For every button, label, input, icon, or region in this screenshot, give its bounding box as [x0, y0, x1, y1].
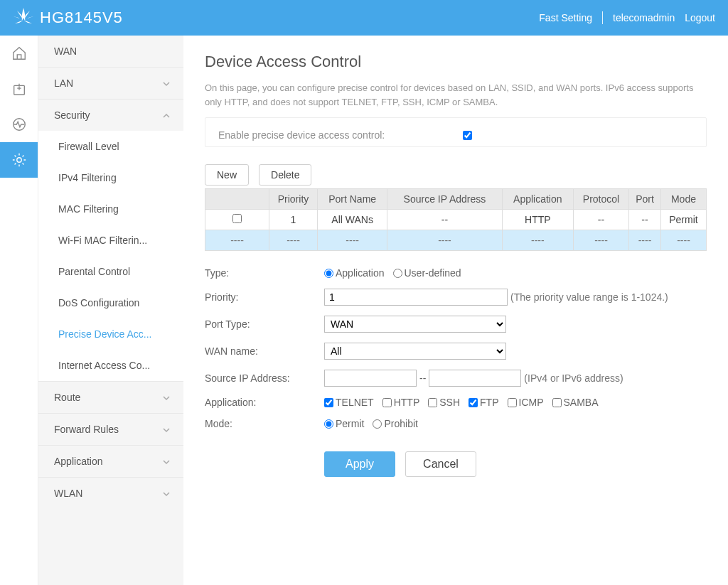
sidebar-item-route[interactable]: Route	[38, 381, 183, 413]
app-chk-samba[interactable]	[552, 398, 562, 407]
rules-table: Priority Port Name Source IP Address App…	[205, 188, 707, 251]
srcip-hint: (IPv4 or IPv6 address)	[524, 372, 623, 384]
iconbar-maintain[interactable]	[0, 107, 38, 142]
priority-hint: (The priority value range is 1-1024.)	[510, 291, 668, 303]
fast-setting-link[interactable]: Fast Setting	[539, 12, 592, 23]
huawei-logo-icon	[13, 8, 34, 28]
row-checkbox[interactable]	[232, 214, 242, 223]
table-empty-row: ---- ---- ---- ---- ---- ---- ---- ----	[205, 230, 707, 251]
srcip-label: Source IP Address:	[205, 372, 324, 384]
sidebar-sub-wifi-mac[interactable]: Wi-Fi MAC Filterin...	[38, 225, 183, 256]
col-checkbox	[205, 189, 269, 210]
sidebar-item-wlan[interactable]: WLAN	[38, 477, 183, 509]
sidebar-sub-precise-device[interactable]: Precise Device Acc...	[38, 318, 183, 350]
logout-link[interactable]: Logout	[685, 12, 715, 23]
col-srcip: Source IP Address	[387, 189, 502, 210]
mode-radio-prohibit[interactable]	[373, 419, 382, 429]
sidebar-item-lan[interactable]: LAN	[38, 67, 183, 99]
table-row[interactable]: 1 All WANs -- HTTP -- -- Permit	[205, 210, 707, 230]
wanname-select[interactable]: All	[324, 343, 506, 360]
mode-radio-permit[interactable]	[324, 419, 333, 429]
sidebar-sub-security: Firewall Level IPv4 Filtering MAC Filter…	[38, 131, 183, 381]
srcip-separator: --	[419, 372, 426, 384]
col-port: Port	[629, 189, 661, 210]
type-radio-userdefined[interactable]	[393, 269, 402, 278]
sidebar-label: LAN	[54, 77, 73, 89]
sidebar-item-security[interactable]: Security	[38, 99, 183, 131]
form-actions: Apply Cancel	[205, 451, 707, 477]
cell-protocol: --	[573, 210, 628, 230]
username-link[interactable]: telecomadmin	[613, 12, 675, 23]
chevron-down-icon	[162, 79, 171, 87]
srcip-from-input[interactable]	[324, 370, 417, 387]
priority-input[interactable]	[324, 289, 508, 306]
cell-application: HTTP	[502, 210, 573, 230]
iconbar-diagnose[interactable]	[0, 71, 38, 107]
cell-srcip: --	[387, 210, 502, 230]
table-header-row: Priority Port Name Source IP Address App…	[205, 189, 707, 210]
sidebar-sub-mac[interactable]: MAC Filtering	[38, 193, 183, 225]
mode-label: Mode:	[205, 418, 324, 429]
type-label: Type:	[205, 267, 324, 279]
porttype-select[interactable]: WAN	[324, 316, 506, 333]
priority-label: Priority:	[205, 291, 324, 303]
chevron-down-icon	[162, 393, 171, 402]
table-toolbar: New Delete	[205, 164, 707, 186]
cell-mode: Permit	[660, 210, 706, 230]
apply-button[interactable]: Apply	[324, 451, 395, 477]
model-name: HG8145V5	[40, 9, 123, 27]
chevron-down-icon	[162, 457, 171, 466]
page-description: On this page, you can configure precise …	[205, 81, 707, 117]
sidebar-sub-dos[interactable]: DoS Configuration	[38, 287, 183, 318]
iconbar	[0, 36, 38, 585]
sidebar-label: WAN	[54, 45, 77, 57]
col-application: Application	[502, 189, 573, 210]
cell-portname: All WANs	[318, 210, 387, 230]
col-priority: Priority	[269, 189, 318, 210]
app-chk-icmp[interactable]	[508, 398, 517, 407]
sidebar-label: Forward Rules	[54, 424, 119, 435]
chevron-down-icon	[162, 489, 171, 498]
new-button[interactable]: New	[205, 164, 249, 186]
delete-button[interactable]: Delete	[259, 164, 311, 186]
enable-label: Enable precise device access control:	[218, 129, 385, 141]
edit-form: Type: Application User-defined Priority:…	[205, 262, 707, 477]
sidebar-label: WLAN	[54, 488, 82, 499]
page-title: Device Access Control	[205, 53, 707, 71]
header-right: Fast Setting telecomadmin Logout	[539, 11, 715, 24]
sidebar-item-application[interactable]: Application	[38, 445, 183, 477]
enable-panel: Enable precise device access control:	[205, 117, 707, 147]
sidebar-item-wan[interactable]: WAN	[38, 36, 183, 67]
enable-checkbox[interactable]	[463, 131, 472, 140]
app-chk-ssh[interactable]	[428, 398, 437, 407]
cell-port: --	[629, 210, 661, 230]
chevron-down-icon	[162, 425, 171, 434]
application-label: Application:	[205, 397, 324, 408]
app-chk-telnet[interactable]	[324, 398, 333, 407]
cell-priority: 1	[269, 210, 318, 230]
srcip-to-input[interactable]	[429, 370, 521, 387]
app-chk-ftp[interactable]	[469, 398, 478, 407]
col-mode: Mode	[660, 189, 706, 210]
logo: HG8145V5	[13, 8, 123, 28]
iconbar-settings[interactable]	[0, 142, 38, 178]
main-content: Device Access Control On this page, you …	[183, 36, 728, 585]
sidebar-item-forward-rules[interactable]: Forward Rules	[38, 413, 183, 445]
sidebar-label: Route	[54, 392, 80, 403]
sidebar-sub-ipv4[interactable]: IPv4 Filtering	[38, 162, 183, 193]
sidebar: WAN LAN Security Firewall Level IPv4 Fil…	[38, 36, 183, 585]
svg-point-2	[16, 158, 21, 162]
wanname-label: WAN name:	[205, 345, 324, 357]
chevron-up-icon	[162, 111, 171, 119]
sidebar-sub-firewall[interactable]: Firewall Level	[38, 131, 183, 162]
col-portname: Port Name	[318, 189, 387, 210]
app-chk-http[interactable]	[382, 398, 392, 407]
header-separator	[602, 11, 603, 24]
porttype-label: Port Type:	[205, 318, 324, 330]
cell-checkbox	[205, 210, 269, 230]
cancel-button[interactable]: Cancel	[405, 451, 476, 477]
type-radio-application[interactable]	[324, 269, 333, 278]
sidebar-sub-internet-access[interactable]: Internet Access Co...	[38, 350, 183, 381]
sidebar-sub-parental[interactable]: Parental Control	[38, 256, 183, 287]
iconbar-home[interactable]	[0, 36, 38, 71]
